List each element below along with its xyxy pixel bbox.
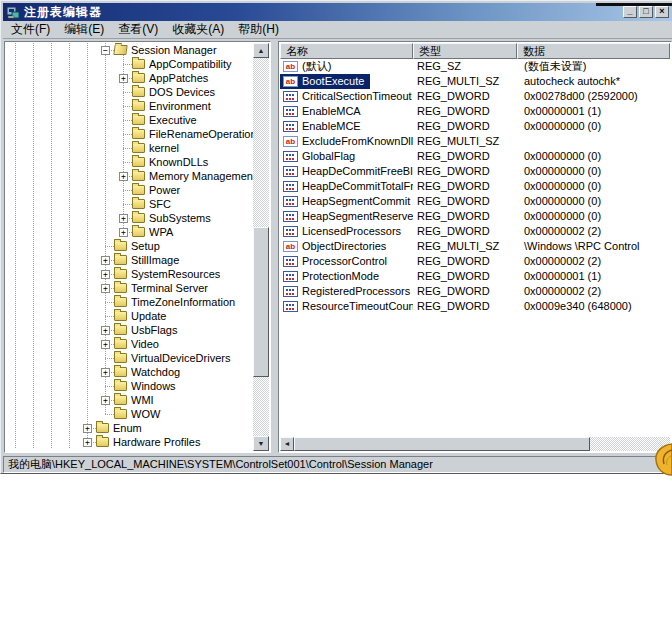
menu-edit[interactable]: 编辑(E) xyxy=(58,20,112,40)
expand-icon[interactable]: + xyxy=(119,228,128,237)
tree-vertical-scrollbar[interactable]: ▲ ▼ xyxy=(253,43,269,451)
registry-value-row-heapsegmentreserve[interactable]: HeapSegmentReserveREG_DWORD0x00000000 (0… xyxy=(280,209,670,224)
registry-value-row-resourcetimeoutcount[interactable]: ResourceTimeoutCountREG_DWORD0x0009e340 … xyxy=(280,299,670,314)
tree-item-memory-management[interactable]: +Memory Management xyxy=(5,169,253,183)
tree-item-terminal-server[interactable]: +Terminal Server xyxy=(5,281,253,295)
tree-item-kernel[interactable]: kernel xyxy=(5,141,253,155)
tree-item-watchdog[interactable]: +Watchdog xyxy=(5,365,253,379)
registry-value-row-registeredprocessors[interactable]: RegisteredProcessorsREG_DWORD0x00000002 … xyxy=(280,284,670,299)
tree-item-wpa[interactable]: +WPA xyxy=(5,225,253,239)
tree-item-enum[interactable]: +Enum xyxy=(5,421,253,435)
registry-value-row-globalflag[interactable]: GlobalFlagREG_DWORD0x00000000 (0) xyxy=(280,149,670,164)
registry-value-row-criticalsectiontimeout[interactable]: CriticalSectionTimeoutREG_DWORD0x00278d0… xyxy=(280,89,670,104)
tree-item-executive[interactable]: Executive xyxy=(5,113,253,127)
tree-item-label[interactable]: Hardware Profiles xyxy=(111,435,202,449)
tree-item-apppatches[interactable]: +AppPatches xyxy=(5,71,253,85)
tree-item-power[interactable]: Power xyxy=(5,183,253,197)
tree-item-filerenameoperations[interactable]: FileRenameOperations xyxy=(5,127,253,141)
expand-icon[interactable]: + xyxy=(101,340,110,349)
expand-icon[interactable]: + xyxy=(101,396,110,405)
tree-item-knowndlls[interactable]: KnownDLLs xyxy=(5,155,253,169)
tree-item-dos-devices[interactable]: DOS Devices xyxy=(5,85,253,99)
tree-item-label[interactable]: Session Manager xyxy=(129,43,219,57)
tree-item-wow[interactable]: WOW xyxy=(5,407,253,421)
tree-item-label[interactable]: StillImage xyxy=(129,253,181,267)
tree-item-label[interactable]: WOW xyxy=(129,407,162,421)
expand-icon[interactable]: + xyxy=(101,270,110,279)
expand-icon[interactable]: + xyxy=(83,424,92,433)
tree-item-subsystems[interactable]: +SubSystems xyxy=(5,211,253,225)
registry-value-row-bootexecute[interactable]: abBootExecuteREG_MULTI_SZautocheck autoc… xyxy=(280,74,670,89)
tree-item-label[interactable]: Video xyxy=(129,337,161,351)
tree-item-label[interactable]: Setup xyxy=(129,239,162,253)
tree-item-label[interactable]: Environment xyxy=(147,99,213,113)
menu-view[interactable]: 查看(V) xyxy=(112,20,166,40)
registry-value-row-enablemca[interactable]: EnableMCAREG_DWORD0x00000001 (1) xyxy=(280,104,670,119)
tree-item-label[interactable]: Memory Management xyxy=(147,169,253,183)
menu-file[interactable]: 文件(F) xyxy=(5,20,58,40)
tree-item-setup[interactable]: Setup xyxy=(5,239,253,253)
registry-value-row-protectionmode[interactable]: ProtectionModeREG_DWORD0x00000001 (1) xyxy=(280,269,670,284)
tree-item-label[interactable]: Enum xyxy=(111,421,144,435)
tree-item-label[interactable]: Terminal Server xyxy=(129,281,210,295)
tree-item-label[interactable]: DOS Devices xyxy=(147,85,217,99)
list-scrollbar-thumb[interactable] xyxy=(294,437,590,451)
tree-item-label[interactable]: WPA xyxy=(147,225,175,239)
collapse-icon[interactable]: − xyxy=(101,46,110,55)
tree-item-wmi[interactable]: +WMI xyxy=(5,393,253,407)
expand-icon[interactable]: + xyxy=(83,438,92,447)
column-header-data[interactable]: 数据 xyxy=(517,43,670,59)
tree-item-timezoneinformation[interactable]: TimeZoneInformation xyxy=(5,295,253,309)
registry-value-row-licensedprocessors[interactable]: LicensedProcessorsREG_DWORD0x00000002 (2… xyxy=(280,224,670,239)
tree-item-label[interactable]: FileRenameOperations xyxy=(147,127,253,141)
registry-value-row-processorcontrol[interactable]: ProcessorControlREG_DWORD0x00000002 (2) xyxy=(280,254,670,269)
registry-value-row-objectdirectories[interactable]: abObjectDirectoriesREG_MULTI_SZ\Windows … xyxy=(280,239,670,254)
minimize-button[interactable]: _ xyxy=(623,6,637,18)
expand-icon[interactable]: + xyxy=(119,74,128,83)
tree-item-usbflags[interactable]: +UsbFlags xyxy=(5,323,253,337)
tree-item-session-manager[interactable]: −Session Manager xyxy=(5,43,253,57)
tree-item-label[interactable]: TimeZoneInformation xyxy=(129,295,237,309)
tree-item-label[interactable]: SFC xyxy=(147,197,173,211)
tree-item-virtualdevicedrivers[interactable]: VirtualDeviceDrivers xyxy=(5,351,253,365)
registry-value-row-heapdecommittotalfree[interactable]: HeapDeCommitTotalFree...REG_DWORD0x00000… xyxy=(280,179,670,194)
registry-value-row-heapsegmentcommit[interactable]: HeapSegmentCommitREG_DWORD0x00000000 (0) xyxy=(280,194,670,209)
list-horizontal-scrollbar[interactable]: ◄ xyxy=(280,437,670,451)
maximize-button[interactable]: □ xyxy=(639,6,653,18)
tree-item-label[interactable]: VirtualDeviceDrivers xyxy=(129,351,232,365)
tree-item-label[interactable]: UsbFlags xyxy=(129,323,179,337)
tree-item-label[interactable]: AppCompatibility xyxy=(147,57,234,71)
tree-item-environment[interactable]: Environment xyxy=(5,99,253,113)
tree-item-stillimage[interactable]: +StillImage xyxy=(5,253,253,267)
expand-icon[interactable]: + xyxy=(101,284,110,293)
tree-item-label[interactable]: SystemResources xyxy=(129,267,222,281)
tree-item-video[interactable]: +Video xyxy=(5,337,253,351)
tree-item-label[interactable]: AppPatches xyxy=(147,71,210,85)
menu-favorites[interactable]: 收藏夹(A) xyxy=(166,20,232,40)
tree-item-label[interactable]: KnownDLLs xyxy=(147,155,210,169)
expand-icon[interactable]: + xyxy=(101,368,110,377)
registry-value-row-[interactable]: ab(默认)REG_SZ(数值未设置) xyxy=(280,59,670,74)
scroll-down-icon[interactable]: ▼ xyxy=(253,436,269,451)
column-header-name[interactable]: 名称 xyxy=(280,43,413,59)
expand-icon[interactable]: + xyxy=(101,326,110,335)
tree-item-label[interactable]: Executive xyxy=(147,113,199,127)
panel-splitter[interactable] xyxy=(271,41,278,453)
tree-item-label[interactable]: kernel xyxy=(147,141,181,155)
tree-item-hardware-profiles[interactable]: +Hardware Profiles xyxy=(5,435,253,449)
registry-value-row-enablemce[interactable]: EnableMCEREG_DWORD0x00000000 (0) xyxy=(280,119,670,134)
menu-help[interactable]: 帮助(H) xyxy=(232,20,287,40)
tree-item-label[interactable]: WMI xyxy=(129,393,156,407)
app-icon[interactable] xyxy=(6,6,20,19)
scroll-up-icon[interactable]: ▲ xyxy=(253,43,269,58)
tree-item-appcompatibility[interactable]: AppCompatibility xyxy=(5,57,253,71)
expand-icon[interactable]: + xyxy=(119,172,128,181)
close-button[interactable]: × xyxy=(655,6,669,18)
tree-item-label[interactable]: Windows xyxy=(129,379,178,393)
tree-scrollbar-thumb[interactable] xyxy=(253,227,269,377)
tree-item-windows[interactable]: Windows xyxy=(5,379,253,393)
tree-item-label[interactable]: Power xyxy=(147,183,182,197)
tree-item-update[interactable]: Update xyxy=(5,309,253,323)
registry-value-row-excludefromknowndlls[interactable]: abExcludeFromKnownDllsREG_MULTI_SZ xyxy=(280,134,670,149)
tree-item-sfc[interactable]: SFC xyxy=(5,197,253,211)
